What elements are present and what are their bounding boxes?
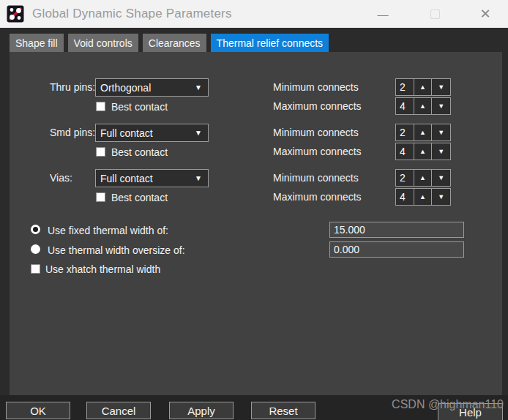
smd-pins-label: Smd pins:: [50, 127, 95, 138]
thru-pins-min-connects-spinner: 2 ▲ ▼: [395, 78, 451, 96]
use-xhatch-thermal-width-checkbox[interactable]: [31, 264, 40, 274]
spin-up-icon[interactable]: ▲: [414, 79, 433, 95]
window-title: Global Dynamic Shape Parameters: [32, 7, 232, 21]
vias-max-connects-value[interactable]: 4: [396, 189, 414, 205]
cancel-button[interactable]: Cancel: [86, 402, 151, 419]
vias-min-connects-value[interactable]: 2: [396, 170, 414, 186]
vias-min-connects-label: Minimum connects: [273, 172, 359, 184]
use-fixed-thermal-width-radio[interactable]: [31, 225, 40, 234]
tab-bar: Shape fill Void controls Clearances Ther…: [10, 34, 329, 53]
spin-down-icon[interactable]: ▼: [432, 79, 450, 95]
smd-pins-max-connects-label: Maximum connects: [273, 146, 362, 157]
dialog-button-row: OK Cancel Apply Reset Help CSDN @highman…: [0, 395, 508, 420]
spin-down-icon[interactable]: ▼: [432, 98, 450, 114]
thru-pins-best-contact-checkbox[interactable]: [96, 102, 105, 111]
fixed-thermal-width-input[interactable]: [329, 222, 464, 238]
spin-up-icon[interactable]: ▲: [414, 143, 433, 160]
close-icon: ✕: [479, 6, 490, 22]
use-thermal-width-oversize-radio[interactable]: [31, 244, 40, 254]
tab-shape-fill[interactable]: Shape fill: [10, 34, 64, 53]
smd-pins-dropdown[interactable]: Full contact ▼: [95, 124, 209, 142]
smd-pins-best-contact-label: Best contact: [111, 146, 168, 158]
vias-min-connects-spinner: 2 ▲ ▼: [395, 169, 451, 187]
titlebar: Global Dynamic Shape Parameters — ✕: [0, 0, 508, 28]
spin-up-icon[interactable]: ▲: [414, 98, 433, 114]
smd-pins-min-connects-spinner: 2 ▲ ▼: [395, 124, 451, 141]
global-dynamic-shape-parameters-dialog: Global Dynamic Shape Parameters — ✕ Shap…: [0, 0, 508, 420]
tab-void-controls[interactable]: Void controls: [68, 34, 138, 53]
smd-pins-best-contact-checkbox[interactable]: [96, 147, 105, 157]
vias-label: Vias:: [50, 172, 72, 184]
thru-pins-label: Thru pins:: [50, 81, 95, 93]
spin-down-icon[interactable]: ▼: [432, 189, 450, 205]
thru-pins-max-connects-label: Maximum connects: [273, 100, 362, 112]
thru-pins-best-contact-label: Best contact: [111, 101, 168, 113]
thru-pins-max-connects-value[interactable]: 4: [396, 98, 414, 114]
ok-button[interactable]: OK: [6, 402, 70, 419]
spin-down-icon[interactable]: ▼: [432, 143, 450, 160]
chevron-down-icon: ▼: [195, 129, 202, 137]
maximize-button[interactable]: [418, 0, 452, 28]
smd-pins-max-connects-spinner: 4 ▲ ▼: [395, 143, 451, 160]
thru-pins-min-connects-value[interactable]: 2: [396, 79, 414, 95]
app-icon: [7, 5, 24, 23]
vias-dropdown-value: Full contact: [100, 173, 153, 184]
thermal-width-oversize-input[interactable]: [329, 241, 464, 258]
apply-button[interactable]: Apply: [169, 402, 234, 419]
smd-pins-dropdown-value: Full contact: [100, 127, 153, 139]
chevron-down-icon: ▼: [195, 174, 202, 182]
smd-pins-min-connects-value[interactable]: 2: [396, 124, 414, 140]
smd-pins-min-connects-label: Minimum connects: [273, 127, 359, 138]
spin-down-icon[interactable]: ▼: [432, 124, 450, 140]
tab-thermal-relief-connects[interactable]: Thermal relief connects: [211, 34, 329, 53]
spin-up-icon[interactable]: ▲: [414, 170, 433, 186]
spin-down-icon[interactable]: ▼: [432, 170, 450, 186]
use-fixed-thermal-width-label: Use fixed thermal width of:: [48, 225, 168, 236]
reset-button[interactable]: Reset: [251, 402, 315, 419]
vias-best-contact-label: Best contact: [111, 192, 168, 203]
use-xhatch-thermal-width-label: Use xhatch thermal width: [45, 263, 160, 275]
tab-clearances[interactable]: Clearances: [143, 34, 206, 53]
vias-best-contact-checkbox[interactable]: [96, 192, 105, 202]
smd-pins-max-connects-value[interactable]: 4: [396, 143, 414, 160]
help-button[interactable]: Help: [438, 403, 503, 420]
spin-up-icon[interactable]: ▲: [414, 189, 433, 205]
thru-pins-dropdown[interactable]: Orthogonal ▼: [95, 78, 209, 97]
chevron-down-icon: ▼: [195, 83, 202, 91]
spin-up-icon[interactable]: ▲: [414, 124, 433, 140]
minimize-icon: —: [378, 8, 389, 20]
close-button[interactable]: ✕: [468, 0, 502, 28]
use-thermal-width-oversize-label: Use thermal width oversize of:: [48, 244, 185, 256]
vias-max-connects-spinner: 4 ▲ ▼: [395, 188, 451, 206]
thru-pins-max-connects-spinner: 4 ▲ ▼: [395, 97, 451, 115]
maximize-icon: [430, 10, 440, 19]
thermal-relief-connects-panel: Thru pins: Orthogonal ▼ Best contact Min…: [10, 52, 502, 395]
thru-pins-dropdown-value: Orthogonal: [100, 82, 151, 94]
minimize-button[interactable]: —: [366, 0, 400, 28]
vias-max-connects-label: Maximum connects: [273, 191, 362, 203]
vias-dropdown[interactable]: Full contact ▼: [95, 169, 209, 187]
thru-pins-min-connects-label: Minimum connects: [273, 81, 359, 93]
